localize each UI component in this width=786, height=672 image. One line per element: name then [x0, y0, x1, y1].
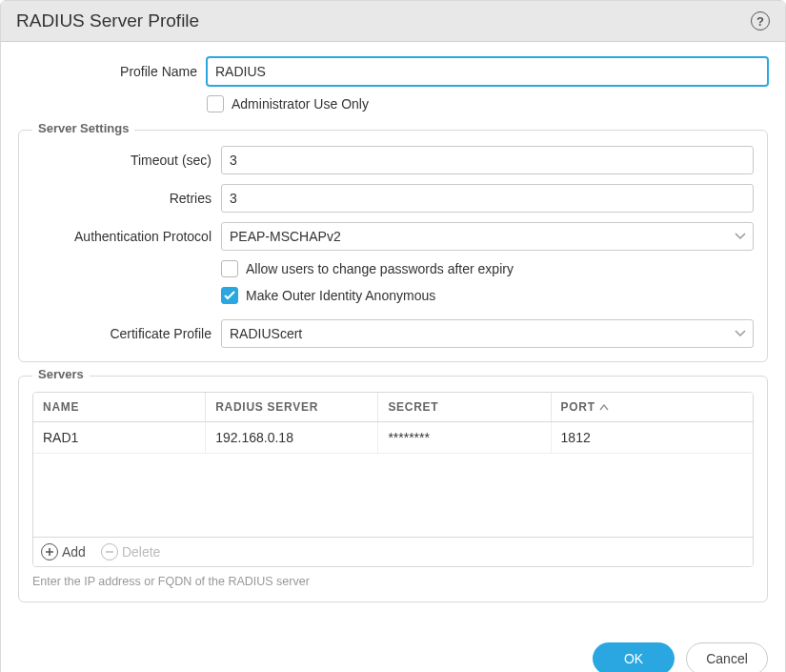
auth-protocol-label: Authentication Protocol	[32, 229, 221, 244]
auth-protocol-value[interactable]	[221, 222, 754, 251]
profile-name-label: Profile Name	[18, 64, 207, 79]
cell-name: RAD1	[33, 422, 206, 453]
server-settings-fieldset: Server Settings Timeout (sec) Retries Au…	[18, 130, 768, 362]
minus-icon	[101, 543, 118, 560]
cell-secret: ********	[378, 422, 551, 453]
dialog-body: Profile Name Administrator Use Only Serv…	[1, 42, 785, 620]
cert-profile-select[interactable]	[221, 319, 754, 348]
dialog-title: RADIUS Server Profile	[16, 10, 199, 31]
sort-asc-icon	[599, 404, 609, 411]
dialog-footer: OK Cancel	[1, 620, 785, 672]
ok-button[interactable]: OK	[593, 642, 675, 672]
retries-label: Retries	[32, 191, 221, 206]
cell-server: 192.168.0.18	[206, 422, 378, 453]
retries-input[interactable]	[221, 184, 754, 213]
profile-name-input[interactable]	[207, 57, 768, 86]
col-header-name[interactable]: NAME	[33, 393, 206, 421]
admin-only-checkbox[interactable]	[207, 95, 224, 112]
table-footer: Add Delete	[33, 537, 753, 566]
row-cert-profile: Certificate Profile	[32, 319, 754, 348]
help-icon[interactable]: ?	[751, 11, 770, 31]
add-button[interactable]: Add	[41, 543, 86, 560]
servers-fieldset: Servers NAME RADIUS SERVER SECRET PORT	[18, 376, 768, 602]
cell-port: 1812	[552, 422, 753, 453]
timeout-label: Timeout (sec)	[32, 153, 221, 168]
row-retries: Retries	[32, 184, 754, 213]
servers-hint: Enter the IP address or FQDN of the RADI…	[32, 575, 754, 588]
row-profile-name: Profile Name	[18, 57, 768, 86]
auth-protocol-select[interactable]	[221, 222, 754, 251]
col-header-server[interactable]: RADIUS SERVER	[206, 393, 378, 421]
titlebar: RADIUS Server Profile ?	[1, 1, 785, 42]
cert-profile-label: Certificate Profile	[32, 326, 221, 341]
row-auth-protocol: Authentication Protocol	[32, 222, 754, 251]
row-allow-pw-change: Allow users to change passwords after ex…	[32, 260, 754, 283]
cert-profile-value[interactable]	[221, 319, 754, 348]
table-body: RAD1 192.168.0.18 ******** 1812	[33, 422, 753, 537]
row-anon-outer: Make Outer Identity Anonymous	[32, 287, 754, 310]
table-header: NAME RADIUS SERVER SECRET PORT	[33, 393, 753, 422]
server-settings-legend: Server Settings	[32, 121, 134, 135]
anon-outer-checkbox[interactable]	[221, 287, 238, 304]
dialog: RADIUS Server Profile ? Profile Name Adm…	[0, 0, 786, 672]
allow-pw-change-label: Allow users to change passwords after ex…	[246, 261, 514, 276]
plus-icon	[41, 543, 58, 560]
anon-outer-label: Make Outer Identity Anonymous	[246, 288, 435, 303]
col-header-port[interactable]: PORT	[552, 393, 753, 421]
row-timeout: Timeout (sec)	[32, 146, 754, 174]
row-admin-only: Administrator Use Only	[18, 95, 768, 118]
admin-only-label: Administrator Use Only	[232, 96, 369, 112]
timeout-input[interactable]	[221, 146, 754, 174]
allow-pw-change-checkbox[interactable]	[221, 260, 238, 277]
cancel-button[interactable]: Cancel	[686, 642, 768, 672]
col-header-secret[interactable]: SECRET	[378, 393, 551, 421]
table-row[interactable]: RAD1 192.168.0.18 ******** 1812	[33, 422, 753, 454]
servers-table: NAME RADIUS SERVER SECRET PORT	[32, 392, 754, 567]
servers-legend: Servers	[32, 367, 90, 381]
delete-button[interactable]: Delete	[101, 543, 160, 560]
